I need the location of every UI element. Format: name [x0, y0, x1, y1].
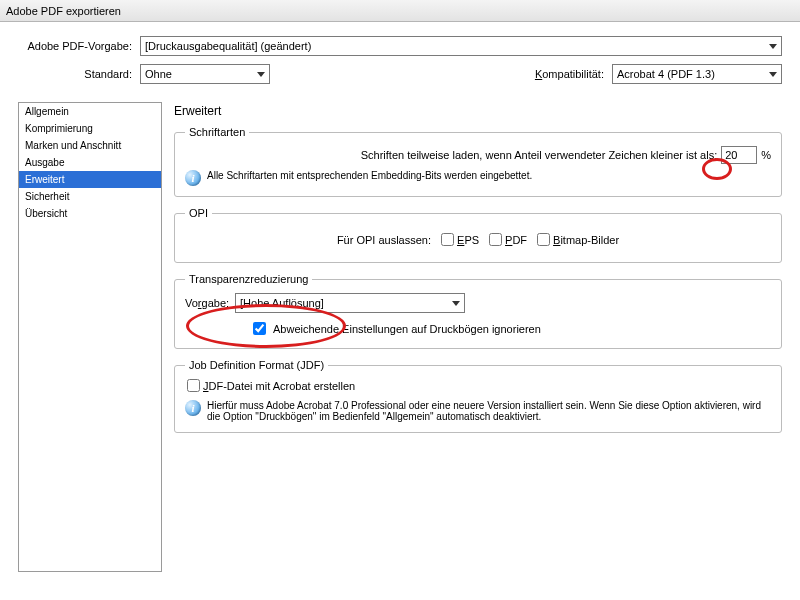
opi-bitmap-input[interactable]: [537, 233, 550, 246]
info-icon: i: [185, 400, 201, 416]
pdf-preset-label: Adobe PDF-Vorgabe:: [18, 40, 140, 52]
window-title: Adobe PDF exportieren: [6, 5, 121, 17]
subset-fonts-input[interactable]: [721, 146, 757, 164]
fonts-note: Alle Schriftarten mit entsprechenden Emb…: [207, 170, 532, 181]
fonts-group: Schriftarten Schriften teilweise laden, …: [174, 126, 782, 197]
sidebar-item-ausgabe[interactable]: Ausgabe: [19, 154, 161, 171]
body-area: Allgemein Komprimierung Marken und Ansch…: [0, 98, 800, 590]
standard-value: Ohne: [145, 68, 172, 80]
opi-eps-input[interactable]: [441, 233, 454, 246]
top-panel: Adobe PDF-Vorgabe: [Druckausgabequalität…: [0, 22, 800, 98]
fonts-legend: Schriftarten: [185, 126, 249, 138]
panel-title: Erweitert: [174, 104, 782, 118]
opi-omit-label: Für OPI auslassen:: [337, 234, 431, 246]
sidebar-item-komprimierung[interactable]: Komprimierung: [19, 120, 161, 137]
subset-fonts-label: Schriften teilweise laden, wenn Anteil v…: [361, 149, 717, 161]
standard-select[interactable]: Ohne: [140, 64, 270, 84]
sidebar-item-allgemein[interactable]: Allgemein: [19, 103, 161, 120]
jdf-note: Hierfür muss Adobe Acrobat 7.0 Professio…: [207, 400, 771, 422]
jdf-legend: Job Definition Format (JDF): [185, 359, 328, 371]
ignore-spread-overrides-checkbox[interactable]: [253, 322, 266, 335]
sidebar-item-sicherheit[interactable]: Sicherheit: [19, 188, 161, 205]
standard-label: Standard:: [18, 68, 140, 80]
transparency-group: Transparenzreduzierung Vorgabe: [Hohe Au…: [174, 273, 782, 349]
compatibility-value: Acrobat 4 (PDF 1.3): [617, 68, 715, 80]
compatibility-label: Kompatibilität:: [535, 68, 612, 80]
flattener-preset-label: Vorgabe:: [185, 297, 229, 309]
opi-group: OPI Für OPI auslassen: EPS PDF Bitmap-Bi…: [174, 207, 782, 263]
info-icon: i: [185, 170, 201, 186]
pdf-preset-select[interactable]: [Druckausgabequalität] (geändert): [140, 36, 782, 56]
flattener-preset-value: [Hohe Auflösung]: [240, 297, 324, 309]
create-jdf-input[interactable]: [187, 379, 200, 392]
opi-legend: OPI: [185, 207, 212, 219]
category-sidebar: Allgemein Komprimierung Marken und Ansch…: [18, 102, 162, 572]
jdf-group: Job Definition Format (JDF) JDF-Datei mi…: [174, 359, 782, 433]
opi-eps-checkbox[interactable]: EPS: [441, 233, 479, 246]
create-jdf-checkbox[interactable]: JDF-Datei mit Acrobat erstellen: [187, 379, 355, 392]
opi-pdf-input[interactable]: [489, 233, 502, 246]
ignore-spread-overrides-label: Abweichende Einstellungen auf Druckbögen…: [273, 323, 541, 335]
pdf-preset-value: [Druckausgabequalität] (geändert): [145, 40, 311, 52]
opi-pdf-checkbox[interactable]: PDF: [489, 233, 527, 246]
sidebar-item-uebersicht[interactable]: Übersicht: [19, 205, 161, 222]
sidebar-item-marken-anschnitt[interactable]: Marken und Anschnitt: [19, 137, 161, 154]
export-pdf-dialog: Adobe PDF exportieren Adobe PDF-Vorgabe:…: [0, 0, 800, 600]
transparency-legend: Transparenzreduzierung: [185, 273, 312, 285]
sidebar-item-erweitert[interactable]: Erweitert: [19, 171, 161, 188]
title-bar: Adobe PDF exportieren: [0, 0, 800, 22]
flattener-preset-select[interactable]: [Hohe Auflösung]: [235, 293, 465, 313]
main-panel: Erweitert Schriftarten Schriften teilwei…: [174, 102, 782, 572]
opi-bitmap-checkbox[interactable]: Bitmap-Bilder: [537, 233, 619, 246]
subset-fonts-unit: %: [761, 149, 771, 161]
compatibility-select[interactable]: Acrobat 4 (PDF 1.3): [612, 64, 782, 84]
